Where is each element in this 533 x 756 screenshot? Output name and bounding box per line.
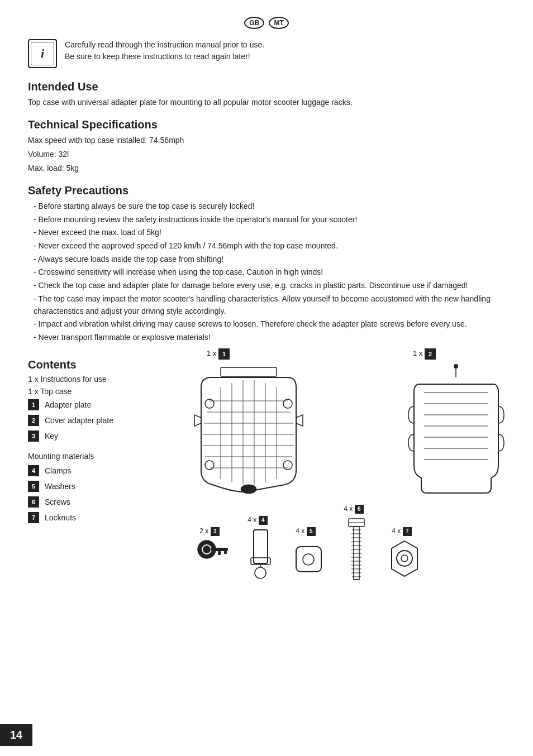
- info-text: Carefully read through the instruction m…: [65, 39, 264, 63]
- svg-rect-33: [254, 530, 268, 563]
- item-badge-3: 3: [28, 430, 39, 442]
- svg-point-58: [401, 555, 408, 562]
- safety-list: Before starting always be sure the top c…: [28, 200, 505, 344]
- safety-item: Before mounting review the safety instru…: [28, 214, 505, 226]
- item-label-3: Key: [45, 432, 58, 441]
- flag-mt: MT: [269, 17, 288, 29]
- info-box: i Carefully read through the instruction…: [28, 39, 505, 68]
- diagram-key: 2 x 3: [190, 527, 235, 583]
- svg-rect-30: [211, 548, 228, 551]
- info-line-1: Carefully read through the instruction m…: [65, 39, 264, 51]
- item-label-5: Washers: [45, 482, 75, 491]
- locknut-svg: [389, 538, 420, 583]
- screw-svg: [344, 516, 369, 583]
- diagram-6-qty: 4 x: [344, 505, 353, 513]
- diagram-clamp: 4 x 4: [238, 516, 283, 583]
- diagram-3-qty: 2 x: [199, 527, 208, 535]
- cover-plate-svg: [407, 362, 505, 496]
- contents-item-3: 3 Key: [28, 430, 190, 442]
- diagram-adapter-plate: 1 x 1: [190, 348, 307, 496]
- diagram-1-badge: 1: [218, 348, 230, 360]
- item-badge-5: 5: [28, 481, 39, 492]
- contents-item-7: 7 Locknuts: [28, 512, 190, 523]
- safety-item: Never exceed the approved speed of 120 k…: [28, 240, 505, 252]
- svg-point-35: [255, 567, 266, 578]
- diagram-2-qty: 1 x: [413, 349, 422, 357]
- contents-item-1: 1 Adapter plate: [28, 399, 190, 410]
- key-svg: [194, 538, 231, 583]
- contents-item-4: 4 Clamps: [28, 465, 190, 476]
- diagram-3-badge: 3: [211, 527, 220, 536]
- diagram-locknut: 4 x 7: [382, 527, 427, 583]
- svg-point-57: [397, 551, 412, 566]
- info-line-2: Be sure to keep these instructions to re…: [65, 51, 264, 63]
- safety-item: Before starting always be sure the top c…: [28, 200, 505, 213]
- safety-item: Never exceed the max. load of 5kg!: [28, 227, 505, 239]
- contents-item-2: 2 Cover adapter plate: [28, 415, 190, 426]
- diagram-screw: 4 x 6: [334, 505, 379, 583]
- svg-point-14: [205, 399, 214, 408]
- safety-item: The top case may impact the motor scoote…: [28, 293, 505, 317]
- safety-item: Check the top case and adapter plate for…: [28, 280, 505, 292]
- item-label-2: Cover adapter plate: [45, 416, 113, 425]
- diagram-2-badge: 2: [425, 348, 436, 360]
- page-number: 14: [0, 724, 32, 746]
- diagram-4-qty: 4 x: [248, 516, 256, 524]
- safety-title: Safety Precautions: [28, 184, 505, 197]
- info-icon: i: [28, 39, 57, 68]
- item-label-4: Clamps: [45, 466, 71, 475]
- tech-specs-title: Technical Specifications: [28, 118, 505, 131]
- contents-section: Contents 1 x Instructions for use 1 x To…: [28, 348, 505, 583]
- diagram-1-qty: 1 x: [207, 349, 216, 357]
- svg-point-20: [454, 364, 458, 369]
- contents-item-6: 6 Screws: [28, 496, 190, 508]
- item-label-1: Adapter plate: [45, 400, 91, 409]
- safety-item: Crosswind sensitivity will increase when…: [28, 266, 505, 279]
- diagram-washer: 4 x 5: [286, 527, 331, 583]
- svg-point-38: [303, 554, 314, 565]
- contents-title: Contents: [28, 358, 190, 371]
- svg-point-18: [241, 485, 256, 494]
- svg-rect-0: [221, 367, 277, 376]
- item-badge-7: 7: [28, 512, 39, 523]
- svg-rect-32: [224, 551, 227, 554]
- contents-item-5: 5 Washers: [28, 481, 190, 492]
- diagram-7-badge: 7: [403, 527, 412, 536]
- washer-svg: [293, 538, 324, 583]
- item-label-7: Locknuts: [45, 513, 76, 522]
- intended-use-text: Top case with universal adapter plate fo…: [28, 97, 505, 108]
- diagram-7-qty: 4 x: [392, 527, 401, 535]
- item-badge-1: 1: [28, 399, 39, 410]
- svg-marker-56: [392, 541, 417, 576]
- flags-row: GB MT: [28, 17, 505, 29]
- svg-point-17: [283, 461, 292, 470]
- intro-item-1: 1 x Instructions for use: [28, 375, 190, 384]
- safety-item: Impact and vibration whilst driving may …: [28, 318, 505, 331]
- item-badge-6: 6: [28, 496, 39, 508]
- safety-item: Always secure loads inside the top case …: [28, 253, 505, 266]
- svg-rect-37: [296, 547, 321, 572]
- item-badge-2: 2: [28, 415, 39, 426]
- item-badge-4: 4: [28, 465, 39, 476]
- diagram-5-badge: 5: [307, 527, 316, 536]
- diagrams-area: 1 x 1: [190, 348, 505, 583]
- item-label-6: Screws: [45, 497, 70, 506]
- contents-left: Contents 1 x Instructions for use 1 x To…: [28, 348, 190, 528]
- safety-item: Never transport flammable or explosive m…: [28, 332, 505, 344]
- svg-rect-31: [218, 551, 221, 555]
- intro-item-2: 1 x Top case: [28, 387, 190, 396]
- svg-point-15: [283, 399, 292, 408]
- tech-spec-line-3: Max. load: 5kg: [28, 162, 505, 174]
- mounting-label: Mounting materials: [28, 452, 190, 461]
- tech-spec-line-2: Volume: 32l: [28, 149, 505, 160]
- clamp-svg: [245, 527, 276, 583]
- diagram-4-badge: 4: [259, 516, 268, 525]
- diagram-5-qty: 4 x: [296, 527, 304, 535]
- flag-gb: GB: [244, 17, 264, 29]
- svg-point-16: [205, 461, 214, 470]
- adapter-plate-svg: [190, 362, 307, 496]
- diagram-cover-adapter-plate: 1 x 2: [407, 348, 505, 496]
- diagram-6-badge: 6: [355, 505, 364, 514]
- page: GB MT i Carefully read through the instr…: [0, 0, 533, 756]
- intended-use-title: Intended Use: [28, 80, 505, 93]
